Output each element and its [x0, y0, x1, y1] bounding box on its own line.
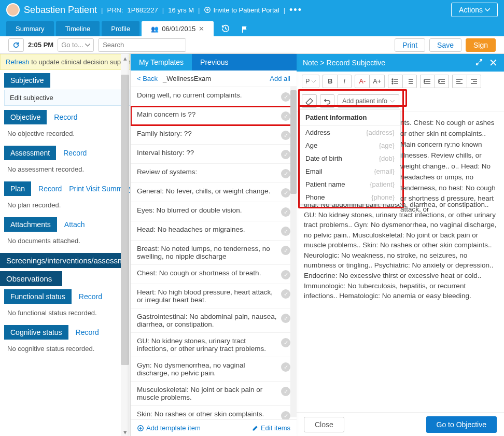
font-larger-button[interactable]: A+ [369, 75, 385, 88]
scroll-up-icon[interactable]: ▴ [121, 54, 129, 62]
objective-record-link[interactable]: Record [54, 113, 77, 121]
patient-info-item[interactable]: Address{address} [300, 126, 400, 139]
goto-select[interactable]: Go to... [58, 38, 94, 52]
template-item[interactable]: Skin: No rashes or other skin complaints… [131, 406, 297, 419]
template-list[interactable]: Doing well, no current complaints.✓Main … [131, 87, 297, 419]
undo-button[interactable] [320, 94, 334, 108]
refresh-button[interactable] [8, 38, 24, 52]
add-all-link[interactable]: Add all [270, 75, 290, 82]
patient-info-item[interactable]: Date of birth{dob} [300, 152, 400, 165]
check-icon[interactable]: ✓ [281, 246, 290, 255]
template-name: _WellnessExam [163, 75, 211, 82]
patient-info-item[interactable]: Age{age} [300, 139, 400, 152]
add-patient-info-button[interactable]: Add patient info [338, 94, 399, 108]
bullet-list-button[interactable] [388, 75, 402, 88]
template-item[interactable]: Heart: No high blood pressure, heart att… [131, 284, 297, 308]
template-item[interactable]: Interval history: ??✓ [131, 145, 297, 164]
italic-button[interactable]: I [337, 75, 352, 88]
template-item[interactable]: Doing well, no current complaints.✓ [131, 87, 297, 106]
paragraph-style-select[interactable]: P [302, 75, 319, 88]
check-icon[interactable]: ✓ [281, 111, 290, 121]
bold-button[interactable]: B [323, 75, 337, 88]
tab-summary[interactable]: Summary [6, 21, 54, 36]
check-icon[interactable]: ✓ [281, 150, 290, 159]
template-item[interactable]: Breast: No noted lumps, no tenderness, n… [131, 241, 297, 265]
patient-info-item[interactable]: Email{email} [300, 165, 400, 178]
print-button[interactable]: Print [395, 38, 425, 52]
invite-portal-link[interactable]: Invite to Patient Portal [204, 6, 279, 14]
template-item[interactable]: Review of systems:✓ [131, 164, 297, 183]
eraser-button[interactable] [302, 94, 317, 108]
patient-info-item[interactable]: Patient name{patient} [300, 178, 400, 191]
template-item[interactable]: Gyn: No dysmenorrhea, no vaginal dischar… [131, 357, 297, 382]
tab-profile[interactable]: Profile [102, 21, 139, 36]
history-icon[interactable] [216, 24, 235, 36]
cognitive-record-link[interactable]: Record [76, 328, 99, 336]
check-icon[interactable]: ✓ [281, 362, 290, 372]
outdent-button[interactable] [420, 75, 435, 88]
visit-toolbar: 2:05 PM Go to... Print Save Sign [0, 36, 504, 54]
close-icon[interactable]: ✕ [199, 25, 204, 33]
tab-visit-active[interactable]: 👥 06/01/2015 ✕ [142, 21, 214, 36]
template-item[interactable]: GU: No kidney stones, urinary tract infe… [131, 333, 297, 357]
template-item[interactable]: Chest: No cough or shortness of breath.✓ [131, 265, 297, 284]
scroll-thumb[interactable] [121, 75, 129, 365]
attach-link[interactable]: Attach [64, 220, 85, 229]
assessment-record-link[interactable]: Record [63, 149, 87, 157]
left-scrollbar[interactable]: ▴ ▾ [121, 54, 129, 436]
save-button[interactable]: Save [429, 38, 461, 52]
actions-menu[interactable]: Actions [451, 3, 498, 17]
check-icon[interactable]: ✓ [281, 270, 290, 279]
font-smaller-button[interactable]: A- [355, 75, 369, 88]
template-item[interactable]: Family history: ??✓ [131, 125, 297, 145]
plan-record-link[interactable]: Record [38, 185, 62, 193]
align-right-button[interactable] [467, 75, 481, 88]
template-item[interactable]: Musculoskeletal: No joint or back pain o… [131, 382, 297, 406]
template-scrollbar-thumb[interactable] [290, 90, 297, 194]
template-item[interactable]: Eyes: No blurred or double vision.✓ [131, 202, 297, 221]
check-icon[interactable]: ✓ [281, 207, 290, 217]
more-menu[interactable]: ••• [289, 5, 302, 16]
template-item[interactable]: General: No fever, chills, or weight cha… [131, 183, 297, 202]
go-to-objective-button[interactable]: Go to Objective [426, 416, 497, 433]
check-icon[interactable]: ✓ [281, 411, 290, 419]
template-item-text: Eyes: No blurred or double vision. [137, 206, 277, 214]
check-icon[interactable]: ✓ [281, 227, 290, 236]
check-icon[interactable]: ✓ [281, 387, 290, 396]
template-item-text: Main concern is ?? [137, 110, 277, 118]
check-icon[interactable]: ✓ [281, 289, 290, 299]
template-item-text: Heart: No high blood pressure, heart att… [137, 288, 277, 304]
pencil-icon [252, 425, 259, 431]
templates-tab-previous[interactable]: Previous [192, 54, 236, 71]
flag-icon[interactable] [235, 25, 254, 36]
align-left-button[interactable] [452, 75, 467, 88]
check-icon[interactable]: ✓ [281, 188, 290, 198]
sign-button[interactable]: Sign [466, 38, 496, 52]
template-item[interactable]: Gastrointestinal: No abdominal pain, nau… [131, 308, 297, 333]
scroll-down-icon[interactable]: ▾ [121, 428, 129, 436]
check-icon[interactable]: ✓ [281, 131, 290, 140]
close-button[interactable]: Close [304, 417, 344, 432]
avatar[interactable] [6, 3, 20, 17]
template-item[interactable]: Main concern is ??✓ [131, 106, 297, 125]
check-icon[interactable]: ✓ [281, 338, 290, 347]
tab-timeline[interactable]: Timeline [56, 21, 100, 36]
templates-tab-my[interactable]: My Templates [131, 54, 192, 71]
expand-icon[interactable] [475, 59, 483, 67]
note-breadcrumb: Note > Record Subjective [303, 59, 385, 67]
refresh-link[interactable]: Refresh [6, 58, 30, 66]
templates-back-button[interactable]: < Back [137, 75, 158, 82]
template-item[interactable]: Head: No headaches or migraines.✓ [131, 221, 297, 241]
number-list-button[interactable] [402, 75, 417, 88]
search-input[interactable] [99, 39, 186, 51]
attachments-title: Attachments [4, 217, 57, 232]
indent-button[interactable] [435, 75, 449, 88]
check-icon[interactable]: ✓ [281, 314, 290, 323]
close-icon[interactable]: ✕ [489, 57, 498, 69]
patient-info-item[interactable]: Phone{phone} [300, 191, 400, 204]
edit-items-link[interactable]: Edit items [252, 424, 290, 432]
functional-record-link[interactable]: Record [79, 292, 102, 301]
check-icon[interactable]: ✓ [281, 169, 290, 178]
check-icon[interactable]: ✓ [281, 92, 290, 102]
add-template-item-link[interactable]: Add template item [137, 424, 201, 432]
